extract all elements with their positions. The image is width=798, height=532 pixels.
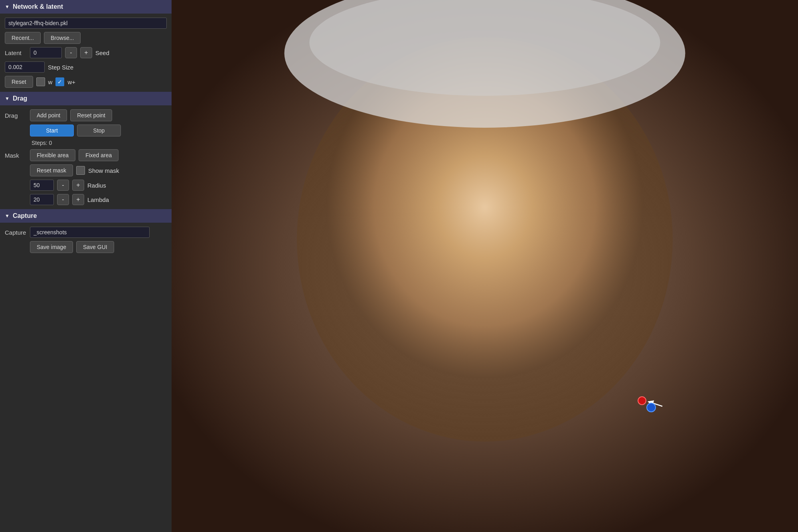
lambda-minus-button[interactable]: - bbox=[57, 194, 69, 205]
drag-section-title: Drag bbox=[13, 95, 27, 102]
capture-input-row: Capture bbox=[5, 227, 167, 238]
pickle-row bbox=[5, 18, 167, 29]
start-button[interactable]: Start bbox=[30, 125, 74, 136]
capture-section-body: Capture Save image Save GUI bbox=[0, 223, 172, 257]
capture-label: Capture bbox=[5, 229, 27, 236]
wplus-label: w+ bbox=[67, 79, 75, 85]
network-section-body: Recent... Browse... Latent - + Seed Step… bbox=[0, 14, 172, 92]
network-section-header[interactable]: ▼ Network & latent bbox=[0, 0, 172, 14]
capture-input[interactable] bbox=[30, 227, 150, 238]
save-image-button[interactable]: Save image bbox=[30, 241, 73, 253]
radius-minus-button[interactable]: - bbox=[57, 180, 69, 191]
drag-label: Drag bbox=[5, 112, 27, 119]
show-mask-label: Show mask bbox=[88, 167, 119, 174]
reset-button[interactable]: Reset bbox=[5, 76, 33, 88]
step-size-row: Step Size bbox=[5, 61, 167, 73]
drag-target-point[interactable] bbox=[638, 396, 646, 405]
capture-arrow-icon: ▼ bbox=[5, 213, 10, 219]
drag-label-row: Drag Add point Reset point bbox=[5, 109, 167, 121]
lambda-row: - + Lambda bbox=[30, 194, 167, 205]
radius-input[interactable] bbox=[30, 180, 54, 191]
radius-label: Radius bbox=[87, 182, 106, 189]
latent-row: Latent - + Seed bbox=[5, 47, 167, 58]
drag-source-point[interactable] bbox=[646, 403, 656, 412]
w-label: w bbox=[48, 79, 53, 85]
right-panel bbox=[172, 0, 798, 532]
face-background bbox=[172, 0, 798, 532]
reset-row: Reset w w+ bbox=[5, 76, 167, 88]
capture-section-header[interactable]: ▼ Capture bbox=[0, 209, 172, 223]
network-section-title: Network & latent bbox=[13, 3, 63, 10]
drag-arrow-icon: ▼ bbox=[5, 96, 10, 101]
left-panel: ▼ Network & latent Recent... Browse... L… bbox=[0, 0, 172, 532]
reset-mask-button[interactable]: Reset mask bbox=[30, 164, 73, 176]
lambda-label: Lambda bbox=[87, 196, 109, 203]
lambda-input[interactable] bbox=[30, 194, 54, 205]
radius-plus-button[interactable]: + bbox=[72, 180, 84, 191]
start-stop-row: Start Stop bbox=[30, 125, 167, 136]
radius-row: - + Radius bbox=[30, 180, 167, 191]
seed-label: Seed bbox=[95, 49, 109, 56]
wplus-checkbox[interactable] bbox=[55, 77, 64, 86]
show-mask-checkbox[interactable] bbox=[76, 166, 85, 175]
fixed-area-button[interactable]: Fixed area bbox=[79, 149, 119, 161]
latent-minus-button[interactable]: - bbox=[65, 47, 77, 58]
recent-button[interactable]: Recent... bbox=[5, 32, 41, 44]
lambda-plus-button[interactable]: + bbox=[72, 194, 84, 205]
save-buttons-row: Save image Save GUI bbox=[30, 241, 167, 253]
latent-plus-button[interactable]: + bbox=[80, 47, 92, 58]
step-size-label: Step Size bbox=[48, 64, 73, 71]
pickle-input[interactable] bbox=[5, 18, 167, 29]
capture-section-title: Capture bbox=[13, 212, 37, 220]
steps-text: Steps: 0 bbox=[32, 140, 52, 146]
mask-area-row: Mask Flexible area Fixed area bbox=[5, 149, 167, 161]
pickle-buttons-row: Recent... Browse... bbox=[5, 32, 167, 44]
browse-button[interactable]: Browse... bbox=[44, 32, 81, 44]
stop-button[interactable]: Stop bbox=[77, 125, 121, 136]
mask-label: Mask bbox=[5, 152, 27, 159]
reset-point-button[interactable]: Reset point bbox=[70, 109, 112, 121]
drag-section-body: Drag Add point Reset point Start Stop St… bbox=[0, 105, 172, 209]
steps-row: Steps: 0 bbox=[30, 140, 167, 146]
save-gui-button[interactable]: Save GUI bbox=[76, 241, 114, 253]
step-size-input[interactable] bbox=[5, 61, 45, 73]
reset-mask-row: Reset mask Show mask bbox=[30, 164, 167, 176]
face-overlay bbox=[172, 0, 798, 532]
latent-label: Latent bbox=[5, 49, 27, 56]
drag-section-header[interactable]: ▼ Drag bbox=[0, 92, 172, 105]
network-arrow-icon: ▼ bbox=[5, 4, 10, 10]
w-checkbox[interactable] bbox=[36, 77, 45, 86]
flexible-area-button[interactable]: Flexible area bbox=[30, 149, 75, 161]
latent-input[interactable] bbox=[30, 47, 62, 58]
add-point-button[interactable]: Add point bbox=[30, 109, 67, 121]
